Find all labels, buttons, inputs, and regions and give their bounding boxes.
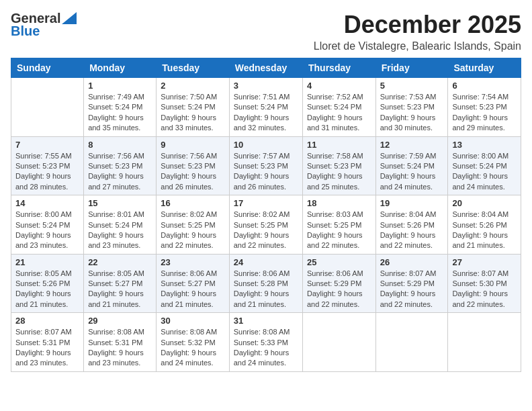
day-info: Sunrise: 7:56 AMSunset: 5:23 PMDaylight:… xyxy=(88,151,152,193)
day-number: 17 xyxy=(234,198,298,208)
day-info: Sunrise: 7:50 AMSunset: 5:24 PMDaylight:… xyxy=(161,92,224,134)
calendar-cell: 24Sunrise: 8:06 AMSunset: 5:28 PMDayligh… xyxy=(229,254,302,313)
day-number: 9 xyxy=(161,140,224,150)
day-info: Sunrise: 8:04 AMSunset: 5:26 PMDaylight:… xyxy=(380,210,444,251)
location-title: Lloret de Vistalegre, Balearic Islands, … xyxy=(314,40,521,52)
calendar-week-4: 21Sunrise: 8:05 AMSunset: 5:26 PMDayligh… xyxy=(11,254,521,313)
calendar-cell: 26Sunrise: 8:07 AMSunset: 5:29 PMDayligh… xyxy=(375,254,448,313)
calendar-cell: 12Sunrise: 7:59 AMSunset: 5:24 PMDayligh… xyxy=(375,136,448,195)
day-info: Sunrise: 8:06 AMSunset: 5:27 PMDaylight:… xyxy=(161,269,224,310)
day-number: 27 xyxy=(452,257,517,267)
day-info: Sunrise: 7:54 AMSunset: 5:23 PMDaylight:… xyxy=(452,92,517,134)
day-info: Sunrise: 8:04 AMSunset: 5:26 PMDaylight:… xyxy=(452,210,517,251)
calendar-cell: 2Sunrise: 7:50 AMSunset: 5:24 PMDaylight… xyxy=(157,78,229,137)
day-number: 19 xyxy=(380,198,444,208)
day-info: Sunrise: 7:59 AMSunset: 5:24 PMDaylight:… xyxy=(380,151,444,193)
day-number: 25 xyxy=(307,257,371,267)
header-monday: Monday xyxy=(84,58,157,78)
day-number: 12 xyxy=(380,140,444,150)
day-info: Sunrise: 8:08 AMSunset: 5:33 PMDaylight:… xyxy=(234,327,298,369)
day-number: 30 xyxy=(161,316,224,326)
calendar-cell: 27Sunrise: 8:07 AMSunset: 5:30 PMDayligh… xyxy=(448,254,521,313)
day-number: 15 xyxy=(88,198,152,208)
day-number: 21 xyxy=(15,257,79,267)
logo: General Blue xyxy=(11,11,77,39)
day-number: 7 xyxy=(15,140,79,150)
header-friday: Friday xyxy=(375,58,448,78)
day-number: 11 xyxy=(307,140,371,150)
svg-marker-0 xyxy=(62,12,77,24)
logo-blue: Blue xyxy=(11,24,40,39)
day-info: Sunrise: 8:02 AMSunset: 5:25 PMDaylight:… xyxy=(161,210,224,251)
day-number: 22 xyxy=(88,257,152,267)
day-number: 16 xyxy=(161,198,224,208)
day-number: 4 xyxy=(307,81,371,91)
calendar-cell: 1Sunrise: 7:49 AMSunset: 5:24 PMDaylight… xyxy=(84,78,157,137)
day-number: 26 xyxy=(380,257,444,267)
calendar-cell: 25Sunrise: 8:06 AMSunset: 5:29 PMDayligh… xyxy=(303,254,376,313)
header-sunday: Sunday xyxy=(11,58,84,78)
day-number: 10 xyxy=(234,140,298,150)
calendar-cell: 3Sunrise: 7:51 AMSunset: 5:24 PMDaylight… xyxy=(229,78,302,137)
calendar-cell: 4Sunrise: 7:52 AMSunset: 5:24 PMDaylight… xyxy=(303,78,376,137)
day-number: 28 xyxy=(15,316,79,326)
day-number: 5 xyxy=(380,81,444,91)
calendar-cell xyxy=(375,313,448,372)
calendar-week-3: 14Sunrise: 8:00 AMSunset: 5:24 PMDayligh… xyxy=(11,195,521,255)
calendar-cell: 20Sunrise: 8:04 AMSunset: 5:26 PMDayligh… xyxy=(448,195,521,255)
calendar-cell: 6Sunrise: 7:54 AMSunset: 5:23 PMDaylight… xyxy=(448,78,521,137)
calendar-table: SundayMondayTuesdayWednesdayThursdayFrid… xyxy=(11,58,521,372)
day-info: Sunrise: 8:02 AMSunset: 5:25 PMDaylight:… xyxy=(234,210,298,251)
day-number: 31 xyxy=(234,316,298,326)
calendar-cell: 23Sunrise: 8:06 AMSunset: 5:27 PMDayligh… xyxy=(157,254,229,313)
calendar-cell: 7Sunrise: 7:55 AMSunset: 5:23 PMDaylight… xyxy=(11,136,84,195)
day-info: Sunrise: 7:55 AMSunset: 5:23 PMDaylight:… xyxy=(15,151,79,193)
calendar-cell: 13Sunrise: 8:00 AMSunset: 5:24 PMDayligh… xyxy=(448,136,521,195)
calendar-cell: 31Sunrise: 8:08 AMSunset: 5:33 PMDayligh… xyxy=(229,313,302,372)
calendar-cell: 14Sunrise: 8:00 AMSunset: 5:24 PMDayligh… xyxy=(11,195,84,255)
day-info: Sunrise: 8:05 AMSunset: 5:27 PMDaylight:… xyxy=(88,269,152,310)
day-number: 2 xyxy=(161,81,224,91)
day-number: 14 xyxy=(15,198,79,208)
day-number: 6 xyxy=(452,81,517,91)
header-tuesday: Tuesday xyxy=(157,58,229,78)
day-number: 1 xyxy=(88,81,152,91)
calendar-week-2: 7Sunrise: 7:55 AMSunset: 5:23 PMDaylight… xyxy=(11,136,521,195)
header-thursday: Thursday xyxy=(303,58,376,78)
calendar-cell xyxy=(303,313,376,372)
day-info: Sunrise: 8:03 AMSunset: 5:25 PMDaylight:… xyxy=(307,210,371,251)
day-info: Sunrise: 8:00 AMSunset: 5:24 PMDaylight:… xyxy=(452,151,517,193)
calendar-cell: 11Sunrise: 7:58 AMSunset: 5:23 PMDayligh… xyxy=(303,136,376,195)
calendar-cell: 8Sunrise: 7:56 AMSunset: 5:23 PMDaylight… xyxy=(84,136,157,195)
day-number: 13 xyxy=(452,140,517,150)
day-number: 24 xyxy=(234,257,298,267)
calendar-cell: 18Sunrise: 8:03 AMSunset: 5:25 PMDayligh… xyxy=(303,195,376,255)
calendar-cell: 9Sunrise: 7:56 AMSunset: 5:23 PMDaylight… xyxy=(157,136,229,195)
day-info: Sunrise: 7:52 AMSunset: 5:24 PMDaylight:… xyxy=(307,92,371,134)
header-wednesday: Wednesday xyxy=(229,58,302,78)
day-info: Sunrise: 8:01 AMSunset: 5:24 PMDaylight:… xyxy=(88,210,152,251)
day-info: Sunrise: 7:51 AMSunset: 5:24 PMDaylight:… xyxy=(234,92,298,134)
day-info: Sunrise: 7:58 AMSunset: 5:23 PMDaylight:… xyxy=(307,151,371,193)
day-info: Sunrise: 8:08 AMSunset: 5:32 PMDaylight:… xyxy=(161,327,224,369)
logo-icon xyxy=(62,12,77,24)
day-info: Sunrise: 8:08 AMSunset: 5:31 PMDaylight:… xyxy=(88,327,152,369)
day-number: 18 xyxy=(307,198,371,208)
day-number: 20 xyxy=(452,198,517,208)
day-info: Sunrise: 7:49 AMSunset: 5:24 PMDaylight:… xyxy=(88,92,152,134)
day-number: 29 xyxy=(88,316,152,326)
calendar-cell: 21Sunrise: 8:05 AMSunset: 5:26 PMDayligh… xyxy=(11,254,84,313)
day-info: Sunrise: 8:06 AMSunset: 5:28 PMDaylight:… xyxy=(234,269,298,310)
day-number: 3 xyxy=(234,81,298,91)
calendar-week-5: 28Sunrise: 8:07 AMSunset: 5:31 PMDayligh… xyxy=(11,313,521,372)
calendar-cell: 30Sunrise: 8:08 AMSunset: 5:32 PMDayligh… xyxy=(157,313,229,372)
title-block: December 2025 Lloret de Vistalegre, Bale… xyxy=(314,11,521,52)
day-info: Sunrise: 8:05 AMSunset: 5:26 PMDaylight:… xyxy=(15,269,79,310)
calendar-cell: 15Sunrise: 8:01 AMSunset: 5:24 PMDayligh… xyxy=(84,195,157,255)
calendar-cell: 29Sunrise: 8:08 AMSunset: 5:31 PMDayligh… xyxy=(84,313,157,372)
calendar-cell: 19Sunrise: 8:04 AMSunset: 5:26 PMDayligh… xyxy=(375,195,448,255)
day-info: Sunrise: 7:53 AMSunset: 5:23 PMDaylight:… xyxy=(380,92,444,134)
calendar-cell: 22Sunrise: 8:05 AMSunset: 5:27 PMDayligh… xyxy=(84,254,157,313)
calendar-week-1: 1Sunrise: 7:49 AMSunset: 5:24 PMDaylight… xyxy=(11,78,521,137)
calendar-cell xyxy=(11,78,84,137)
